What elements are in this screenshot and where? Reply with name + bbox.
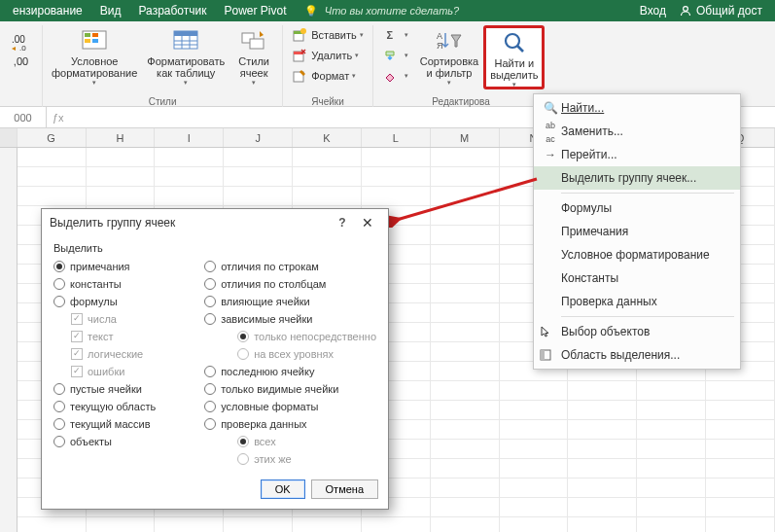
opt-precedents[interactable]: влияющие ячейки <box>204 293 376 310</box>
tab-review[interactable]: ензирование <box>4 0 91 21</box>
opt-lastcell[interactable]: последнюю ячейку <box>204 363 376 380</box>
bulb-icon: 💡 <box>304 5 318 17</box>
tab-view[interactable]: Вид <box>91 0 130 21</box>
user-icon <box>679 4 692 18</box>
opt-blanks[interactable]: пустые ячейки <box>53 380 189 398</box>
col-header[interactable]: L <box>362 128 431 147</box>
menu-constants[interactable]: Константы <box>534 266 740 290</box>
cell-styles-button[interactable]: Стили ячеек▾ <box>229 25 278 89</box>
cancel-button[interactable]: Отмена <box>311 479 378 499</box>
dialog-title: Выделить группу ячеек <box>50 216 330 230</box>
delete-icon <box>292 48 307 63</box>
menu-separator <box>561 316 734 317</box>
opt-same: этих же <box>237 450 376 468</box>
sigma-icon: Σ <box>382 27 398 43</box>
tell-me[interactable]: 💡 Что вы хотите сделать? <box>296 0 469 21</box>
opt-direct: только непосредственно <box>237 328 376 345</box>
opt-objects[interactable]: объекты <box>53 433 189 450</box>
eraser-icon <box>382 68 398 84</box>
opt-coldiff[interactable]: отличия по столбцам <box>204 275 376 293</box>
svg-rect-29 <box>541 350 545 360</box>
chk-logical: логические <box>71 345 189 363</box>
col-header[interactable]: H <box>87 128 156 147</box>
autosum-button[interactable]: Σ▾ <box>377 25 413 45</box>
col-header[interactable]: M <box>431 128 500 147</box>
svg-text:A: A <box>437 31 442 41</box>
menu-validation[interactable]: Проверка данных <box>534 290 740 313</box>
tab-developer[interactable]: Разработчик <box>130 0 216 21</box>
dialog-close-button[interactable]: ✕ <box>355 215 380 231</box>
opt-comments[interactable]: примечания <box>53 258 189 275</box>
opt-rowdiff[interactable]: отличия по строкам <box>204 258 376 275</box>
format-cells-button[interactable]: Формат▾ <box>287 66 369 86</box>
opt-visible[interactable]: только видимые ячейки <box>204 380 376 398</box>
dialog-help-button[interactable]: ? <box>330 216 355 230</box>
menu-condfmt[interactable]: Условное форматирование <box>534 243 740 266</box>
format-as-table-button[interactable]: Форматировать как таблицу▾ <box>142 25 229 89</box>
svg-text:Я: Я <box>437 41 443 51</box>
svg-rect-7 <box>92 39 98 43</box>
svg-rect-6 <box>85 39 90 43</box>
opt-region[interactable]: текущую область <box>53 398 189 415</box>
find-select-menu: 🔍Найти... abacЗаменить... →Перейти... Вы… <box>533 93 741 370</box>
fx-icon[interactable]: ƒx <box>47 112 70 124</box>
select-all-corner[interactable] <box>0 128 18 147</box>
col-header[interactable]: G <box>18 128 87 147</box>
login-link[interactable]: Вход <box>631 0 675 21</box>
find-select-button[interactable]: Найти и выделить▾ <box>483 25 545 89</box>
conditional-formatting-icon <box>80 28 109 53</box>
opt-condfmt[interactable]: условные форматы <box>204 398 376 415</box>
menu-select-objects[interactable]: Выбор объектов <box>534 320 740 343</box>
replace-icon: abac <box>540 118 561 145</box>
goto-special-dialog: Выделить группу ячеек ? ✕ Выделить приме… <box>41 208 389 510</box>
ribbon-tabs: ензирование Вид Разработчик Power Pivot … <box>0 0 775 21</box>
group-label-editing: Редактирова <box>432 96 490 107</box>
svg-point-18 <box>300 28 306 34</box>
svg-rect-9 <box>174 31 197 36</box>
tab-powerpivot[interactable]: Power Pivot <box>215 0 295 21</box>
clear-button[interactable]: ▾ <box>377 66 413 86</box>
fill-button[interactable]: ▾ <box>377 46 413 65</box>
svg-rect-4 <box>85 33 90 37</box>
menu-goto[interactable]: →Перейти... <box>534 143 740 166</box>
col-header[interactable]: K <box>293 128 362 147</box>
conditional-formatting-button[interactable]: Условное форматирование▾ <box>47 25 142 89</box>
format-icon <box>292 68 307 84</box>
magnifier-icon <box>500 30 529 55</box>
opt-constants[interactable]: константы <box>53 275 189 293</box>
col-header[interactable]: J <box>224 128 293 147</box>
goto-icon: → <box>540 148 561 161</box>
svg-point-26 <box>506 34 519 48</box>
menu-replace[interactable]: abacЗаменить... <box>534 120 740 143</box>
dialog-titlebar: Выделить группу ячеек ? ✕ <box>42 209 388 236</box>
name-box[interactable]: 000 <box>0 107 47 127</box>
ok-button[interactable]: OK <box>261 479 305 499</box>
group-label: Выделить <box>53 242 376 254</box>
sort-filter-button[interactable]: AЯ Сортировка и фильтр▾ <box>415 25 483 89</box>
opt-array[interactable]: текущий массив <box>53 415 189 433</box>
share-link[interactable]: Общий дост <box>696 0 771 21</box>
pane-icon <box>540 349 561 361</box>
chk-text: текст <box>71 328 189 345</box>
ribbon: ензирование Вид Разработчик Power Pivot … <box>0 0 775 107</box>
menu-comments[interactable]: Примечания <box>534 220 740 243</box>
group-label-styles: Стили <box>149 96 177 107</box>
menu-formulas[interactable]: Формулы <box>534 196 740 220</box>
svg-rect-15 <box>250 39 264 49</box>
number-decrease-decimal[interactable]: .00.0 ,00 <box>0 25 46 89</box>
opt-formulas[interactable]: формулы <box>53 293 189 310</box>
col-header[interactable]: I <box>155 128 224 147</box>
chk-errors: ошибки <box>71 363 189 380</box>
svg-line-27 <box>517 46 523 52</box>
menu-goto-special[interactable]: Выделить группу ячеек... <box>534 166 740 190</box>
menu-selection-pane[interactable]: Область выделения... <box>534 343 740 367</box>
search-icon: 🔍 <box>540 101 561 115</box>
opt-dependents[interactable]: зависимые ячейки <box>204 310 376 328</box>
svg-rect-5 <box>92 33 98 37</box>
opt-validation[interactable]: проверка данных <box>204 415 376 433</box>
menu-find[interactable]: 🔍Найти... <box>534 96 740 120</box>
delete-cells-button[interactable]: Удалить▾ <box>287 46 369 65</box>
insert-cells-button[interactable]: Вставить▾ <box>287 25 369 45</box>
sort-filter-icon: AЯ <box>435 28 464 53</box>
svg-text:.0: .0 <box>19 44 26 51</box>
